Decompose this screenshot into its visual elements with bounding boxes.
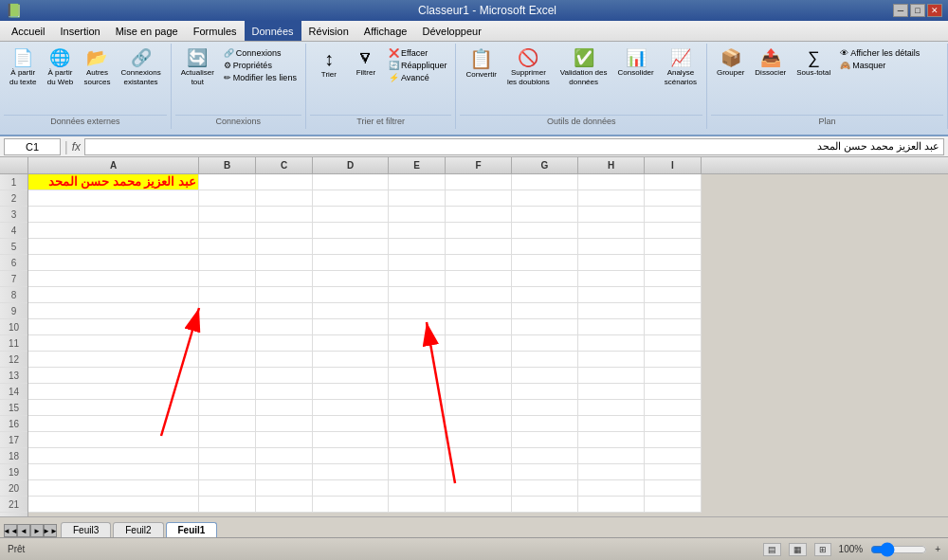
col-header-h[interactable]: H	[578, 157, 645, 173]
btn-autres-sources[interactable]: 📂 Autressources	[80, 47, 114, 88]
table-row	[28, 448, 948, 464]
btn-connexions[interactable]: 🔗 Connexions	[221, 47, 300, 59]
view-preview-btn[interactable]: ⊞	[814, 543, 831, 556]
btn-reappliquer[interactable]: 🔄 Réappliquer	[386, 60, 450, 71]
btn-effacer[interactable]: ❌ Effacer	[386, 47, 450, 59]
col-header-c[interactable]: C	[256, 157, 313, 173]
close-button[interactable]: ✕	[927, 4, 942, 17]
btn-consolider[interactable]: 📊 Consolider	[613, 47, 657, 79]
zoom-slider[interactable]	[870, 544, 927, 555]
menu-item-mise-en-page[interactable]: Mise en page	[108, 21, 186, 41]
table-row	[28, 464, 948, 480]
menu-item-affichage[interactable]: Affichage	[356, 21, 415, 41]
table-row	[28, 207, 948, 223]
view-normal-btn[interactable]: ▤	[763, 543, 781, 556]
table-row	[28, 416, 948, 432]
sheet-nav-prev[interactable]: ◄	[17, 524, 30, 537]
cell-c1[interactable]	[256, 174, 313, 190]
col-header-i[interactable]: I	[645, 157, 702, 173]
btn-connexions-existantes[interactable]: 🔗 Connexionsexistantes	[117, 47, 164, 88]
cell-e1[interactable]	[389, 174, 446, 190]
subtotal-icon: ∑	[808, 49, 820, 66]
sheet-nav: ◄◄ ◄ ► ►►	[4, 524, 57, 537]
cell-i1[interactable]	[645, 174, 702, 190]
zoom-plus-btn[interactable]: +	[935, 544, 940, 554]
btn-a-partir-du-texte[interactable]: 📄 À partirdu texte	[6, 47, 40, 88]
cell-g1[interactable]	[512, 174, 578, 190]
btn-analyse-scenarios[interactable]: 📈 Analysescénarios	[661, 47, 701, 88]
btn-a-partir-du-web[interactable]: 🌐 À partirdu Web	[43, 47, 77, 88]
col-header-a[interactable]: A	[28, 157, 199, 173]
btn-supprimer-doublons[interactable]: 🚫 Supprimerles doublons	[503, 47, 554, 88]
sheet-nav-next[interactable]: ►	[30, 524, 44, 537]
group-label-outils-donnees: Outils de données	[460, 115, 702, 127]
view-page-btn[interactable]: ▦	[789, 543, 807, 556]
hide-icon: 🙈	[840, 61, 850, 70]
row-num-19: 19	[0, 464, 27, 480]
zoom-label: 100%	[839, 544, 864, 554]
col-header-d[interactable]: D	[313, 157, 389, 173]
row-num-9: 9	[0, 303, 27, 319]
btn-actualiser-tout[interactable]: 🔄 Actualisertout	[177, 47, 218, 88]
menu-item-insertion[interactable]: Insertion	[52, 21, 107, 41]
formula-input[interactable]	[84, 138, 944, 155]
status-bar: Prêt ▤ ▦ ⊞ 100% +	[0, 537, 948, 560]
cell-b1[interactable]	[199, 174, 256, 190]
col-header-e[interactable]: E	[389, 157, 446, 173]
title-bar: 📗 Classeur1 - Microsoft Excel ─ □ ✕	[0, 0, 948, 21]
sheet-nav-last[interactable]: ►►	[44, 524, 57, 537]
cell-h1[interactable]	[578, 174, 645, 190]
maximize-button[interactable]: □	[910, 4, 925, 17]
sheet-tab-feuil1[interactable]: Feuil1	[166, 522, 218, 537]
row-num-4: 4	[0, 223, 27, 239]
sheet-tab-feuil3[interactable]: Feuil3	[61, 522, 111, 537]
btn-convertir[interactable]: 📋 Convertir	[462, 47, 500, 81]
row-num-16: 16	[0, 416, 27, 432]
btn-proprietes[interactable]: ⚙ Propriétés	[221, 60, 300, 71]
cell-a1[interactable]: عبد العزيز محمد حسن المحد	[28, 174, 199, 190]
cell-f1[interactable]	[446, 174, 512, 190]
menu-item-formules[interactable]: Formules	[186, 21, 245, 41]
row-num-5: 5	[0, 239, 27, 255]
clear-icon: ❌	[389, 48, 399, 58]
btn-trier[interactable]: ↕ Trier	[312, 47, 346, 81]
title-bar-controls[interactable]: ─ □ ✕	[893, 4, 942, 17]
formula-bar: | fx	[0, 136, 948, 157]
group-label-trier-filtrer: Trier et filtrer	[310, 115, 452, 127]
sheet-tabs-area: ◄◄ ◄ ► ►► Feuil3 Feuil2 Feuil1	[0, 516, 948, 537]
sheet-nav-first[interactable]: ◄◄	[4, 524, 17, 537]
btn-afficher-details[interactable]: 👁 Afficher les détails	[837, 47, 922, 59]
grid-cells: عبد العزيز محمد حسن المحد	[28, 174, 948, 516]
btn-avance[interactable]: ⚡ Avancé	[386, 72, 450, 83]
sheet-tab-feuil2[interactable]: Feuil2	[113, 522, 163, 537]
cell-d1[interactable]	[313, 174, 389, 190]
status-ready: Prêt	[8, 544, 25, 554]
col-header-f[interactable]: F	[446, 157, 512, 173]
column-headers: A B C D E F G H I	[0, 157, 948, 174]
col-header-b[interactable]: B	[199, 157, 256, 173]
btn-masquer[interactable]: 🙈 Masquer	[837, 60, 922, 71]
advanced-icon: ⚡	[389, 73, 399, 82]
btn-grouper[interactable]: 📦 Grouper	[713, 47, 748, 79]
btn-filtrer[interactable]: ⛛ Filtrer	[349, 47, 383, 79]
table-row	[28, 255, 948, 271]
table-row	[28, 384, 948, 400]
minimize-button[interactable]: ─	[893, 4, 908, 17]
name-box[interactable]	[4, 138, 61, 155]
table-row	[28, 352, 948, 368]
table-row	[28, 432, 948, 448]
row-num-7: 7	[0, 271, 27, 287]
table-row	[28, 303, 948, 319]
btn-modifier-liens[interactable]: ✏ Modifier les liens	[221, 72, 300, 83]
col-header-g[interactable]: G	[512, 157, 578, 173]
menu-item-accueil[interactable]: Accueil	[4, 21, 52, 41]
menu-item-developpeur[interactable]: Développeur	[414, 21, 488, 41]
menu-item-donnees[interactable]: Données	[245, 21, 301, 41]
menu-item-revision[interactable]: Révision	[301, 21, 356, 41]
btn-dissocier[interactable]: 📤 Dissocier	[751, 47, 790, 79]
group-label-plan: Plan	[711, 115, 943, 127]
btn-validation-donnees[interactable]: ✅ Validation desdonnées	[556, 47, 611, 88]
btn-sous-total[interactable]: ∑ Sous-total	[793, 47, 834, 79]
ribbon-group-trier-filtrer: ↕ Trier ⛛ Filtrer ❌ Effacer 🔄 Réapplique…	[306, 44, 457, 129]
sort-icon: ↕	[324, 49, 334, 68]
